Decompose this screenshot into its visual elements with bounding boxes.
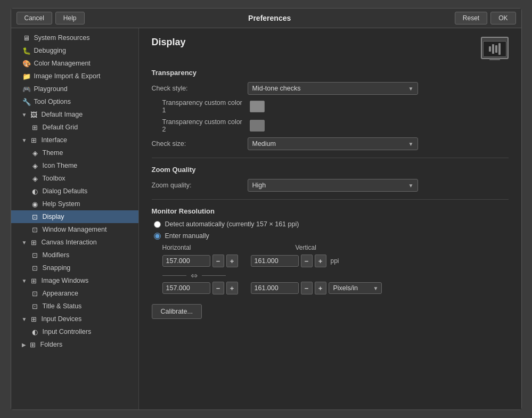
sidebar-label: Playground [34, 85, 68, 93]
pixels-select[interactable]: Pixels/in Pixels/mm Pixels/pt [329, 282, 382, 294]
sidebar-item-modifiers[interactable]: ⊡ Modifiers [11, 249, 138, 261]
detect-auto-radio[interactable] [154, 221, 161, 228]
check-size-select-wrapper: Small Medium Large ▼ [248, 137, 418, 150]
sidebar-item-theme[interactable]: ◈ Theme [11, 146, 138, 159]
divider1 [152, 158, 509, 158]
sidebar-item-default-image[interactable]: ▼ 🖼 Default Image [11, 108, 138, 121]
sidebar-label: Default Image [41, 111, 83, 118]
horizontal-ppi-input[interactable] [162, 255, 210, 267]
sidebar-item-window-management[interactable]: ⊡ Window Management [11, 223, 138, 236]
sidebar-item-tool-options[interactable]: 🔧 Tool Options [11, 95, 138, 108]
zoom-quality-section-title: Zoom Quality [152, 166, 509, 174]
sidebar-item-input-devices[interactable]: ▼ ⊞ Input Devices [11, 313, 138, 325]
detect-auto-row: Detect automatically (currently 157 × 16… [152, 220, 509, 228]
horizontal-minus-btn2[interactable]: − [212, 282, 224, 294]
vertical-plus-btn2[interactable]: + [315, 282, 326, 294]
sidebar-item-playground[interactable]: 🎮 Playground [11, 83, 138, 95]
content-header: Display [152, 37, 509, 59]
sidebar-item-toolbox[interactable]: ◈ Toolbox [11, 172, 138, 185]
custom-color1-swatch[interactable] [250, 101, 265, 112]
detect-auto-label[interactable]: Detect automatically (currently 157 × 16… [165, 220, 299, 228]
vertical-plus-btn[interactable]: + [315, 255, 326, 267]
check-style-select[interactable]: Mid-tone checks Light checks Dark checks… [248, 82, 418, 95]
reset-button[interactable]: Reset [455, 12, 487, 24]
sidebar-item-canvas-interaction[interactable]: ▼ ⊞ Canvas Interaction [11, 236, 138, 249]
titlebar-left: Cancel Help [17, 12, 85, 24]
sidebar-item-dialog-defaults[interactable]: ◐ Dialog Defaults [11, 185, 138, 198]
sidebar-label: Image Windows [41, 277, 88, 284]
sidebar-item-system-resources[interactable]: 🖥 System Resources [11, 31, 138, 44]
help-button[interactable]: Help [55, 12, 85, 24]
content-area: Display Transparency Check style: [139, 28, 521, 409]
sidebar-item-image-windows[interactable]: ▼ ⊞ Image Windows [11, 274, 138, 287]
sidebar-label: Color Management [34, 60, 91, 67]
bar3 [495, 45, 497, 53]
custom-color1-row: Transparency custom color 1 [152, 99, 509, 114]
icon-theme-icon: ◈ [30, 161, 40, 170]
sidebar-label: Default Grid [43, 124, 78, 131]
sidebar-item-folders[interactable]: ▶ ⊞ Folders [11, 338, 138, 351]
horizontal-plus-btn2[interactable]: + [226, 282, 238, 294]
theme-icon: ◈ [30, 148, 40, 158]
tool-options-icon: 🔧 [22, 97, 31, 106]
sidebar-item-image-import-export[interactable]: 📁 Image Import & Export [11, 70, 138, 83]
sidebar-item-help-system[interactable]: ◉ Help System [11, 198, 138, 210]
sidebar-item-interface[interactable]: ▼ ⊞ Interface [11, 134, 138, 146]
zoom-quality-select[interactable]: None (Nearest Neighbor) Linear Cubic NoH… [248, 179, 418, 192]
vertical-minus-btn[interactable]: − [301, 255, 313, 267]
zoom-quality-row: Zoom quality: None (Nearest Neighbor) Li… [152, 179, 509, 192]
title-status-icon: ⊡ [30, 301, 40, 311]
sidebar-item-title-status[interactable]: ⊡ Title & Status [11, 300, 138, 313]
calibrate-button[interactable]: Calibrate... [152, 304, 202, 319]
enter-manually-label[interactable]: Enter manually [165, 232, 209, 240]
bar2 [492, 44, 494, 54]
ppi-values-row1: − + − + ppi [162, 255, 509, 267]
vertical-minus-btn2[interactable]: − [301, 282, 313, 294]
divider2 [152, 199, 509, 200]
sidebar-item-appearance[interactable]: ⊡ Appearance [11, 287, 138, 300]
sidebar-label: Dialog Defaults [43, 187, 88, 195]
check-size-label: Check size: [152, 140, 248, 147]
enter-manually-row: Enter manually [152, 232, 509, 240]
vertical-ppi-input2[interactable] [251, 282, 299, 294]
expand-arrow: ▼ [22, 137, 27, 143]
cancel-button[interactable]: Cancel [17, 12, 52, 24]
page-title: Display [152, 37, 186, 48]
folders-icon: ⊞ [28, 340, 38, 349]
sidebar-label: Input Devices [41, 315, 81, 323]
sidebar-item-snapping[interactable]: ⊡ Snapping [11, 261, 138, 274]
expand-arrow: ▼ [22, 240, 27, 245]
horizontal-label: Horizontal [162, 244, 205, 251]
enter-manually-radio[interactable] [154, 233, 161, 240]
custom-color2-swatch[interactable] [250, 120, 265, 132]
sidebar-label: Icon Theme [43, 162, 78, 169]
preferences-dialog: Cancel Help Preferences Reset OK 🖥 Syste… [11, 8, 522, 410]
transparency-section-title: Transparency [152, 69, 509, 77]
sidebar-item-default-grid[interactable]: ⊞ Default Grid [11, 121, 138, 134]
sidebar-item-display[interactable]: ⊡ Display [11, 210, 138, 223]
sidebar-label: Modifiers [43, 251, 70, 259]
check-style-row: Check style: Mid-tone checks Light check… [152, 82, 509, 95]
titlebar: Cancel Help Preferences Reset OK [11, 9, 521, 28]
horizontal-minus-btn[interactable]: − [212, 255, 224, 267]
sidebar-item-color-management[interactable]: 🎨 Color Management [11, 57, 138, 70]
sidebar-item-input-controllers[interactable]: ◐ Input Controllers [11, 325, 138, 338]
interface-icon: ⊞ [29, 135, 38, 145]
check-size-select[interactable]: Small Medium Large [248, 137, 418, 150]
main-area: 🖥 System Resources 🐛 Debugging 🎨 Color M… [11, 28, 521, 409]
sidebar-label: System Resources [34, 34, 90, 42]
color-management-icon: 🎨 [22, 59, 31, 68]
horizontal-plus-btn[interactable]: + [226, 255, 238, 267]
horizontal-ppi-input2[interactable] [162, 282, 210, 294]
sidebar-item-debugging[interactable]: 🐛 Debugging [11, 44, 138, 57]
sidebar-label: Tool Options [34, 98, 71, 105]
ppi-header-row: Horizontal Vertical [162, 244, 509, 251]
check-size-row: Check size: Small Medium Large ▼ [152, 137, 509, 150]
pixels-select-wrapper: Pixels/in Pixels/mm Pixels/pt ▼ [329, 282, 382, 294]
vertical-ppi-input[interactable] [251, 255, 299, 267]
sidebar-label: Input Controllers [43, 328, 92, 335]
sidebar-item-icon-theme[interactable]: ◈ Icon Theme [11, 159, 138, 172]
chain-row: ⇔ [162, 271, 509, 281]
ok-button[interactable]: OK [490, 12, 515, 24]
debugging-icon: 🐛 [22, 46, 31, 55]
